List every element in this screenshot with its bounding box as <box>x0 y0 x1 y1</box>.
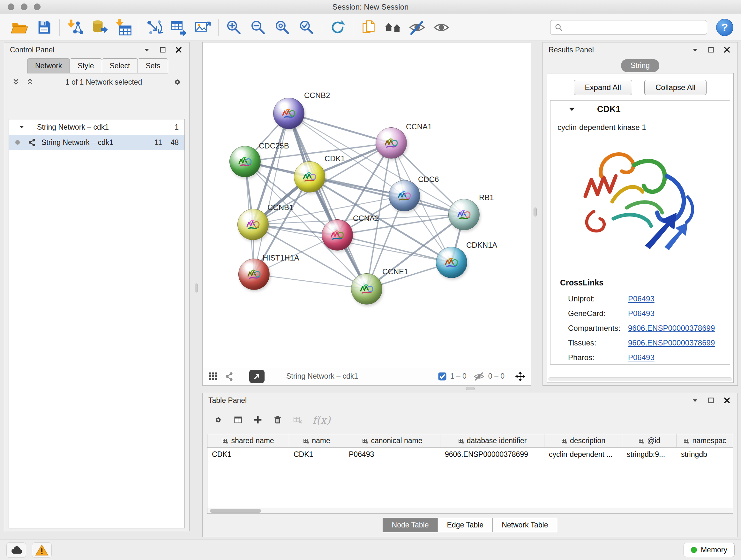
import-database-button[interactable] <box>87 17 111 38</box>
hide-graphics-details-button[interactable] <box>405 17 429 38</box>
crosslink-value-link[interactable]: P06493 <box>628 294 655 303</box>
node-CDKN1A[interactable] <box>436 247 467 278</box>
column-header-canonical-name[interactable]: canonical name <box>344 434 441 447</box>
node-CDC6[interactable] <box>389 180 420 211</box>
zoom-out-button[interactable] <box>246 17 270 38</box>
edge-CCNA2-CDKN1A[interactable] <box>337 235 452 262</box>
tab-network-table[interactable]: Network Table <box>492 518 557 532</box>
help-button[interactable]: ? <box>716 19 733 36</box>
column-header--id[interactable]: @id <box>622 434 677 447</box>
memory-button[interactable]: Memory <box>684 543 735 557</box>
zoom-selected-icon <box>298 19 315 36</box>
crosslink-value-link[interactable]: 9606.ENSP00000378699 <box>628 338 715 348</box>
node-CCNE1[interactable] <box>351 273 382 305</box>
close-panel-button[interactable] <box>722 395 732 405</box>
tab-node-table[interactable]: Node Table <box>383 518 438 532</box>
crosslink-value-link[interactable]: 9606.ENSP00000378699 <box>628 324 715 333</box>
tree-caret-icon[interactable] <box>18 123 25 131</box>
tab-edge-table[interactable]: Edge Table <box>437 518 493 532</box>
show-graphics-details-button[interactable] <box>429 17 454 38</box>
import-network-button[interactable] <box>63 17 87 38</box>
node-label-RB1: RB1 <box>479 193 494 202</box>
network-canvas[interactable]: CCNB2CCNA1CDC25BCDK1CDC6RB1CCNB1CCNA2CDK… <box>203 43 531 367</box>
string-tab-badge[interactable]: String <box>621 59 659 72</box>
close-panel-button[interactable] <box>174 45 184 55</box>
crosslink-value-link[interactable]: P06493 <box>628 353 655 362</box>
search-icon <box>554 23 563 32</box>
edge-CCNB2-CCNE1[interactable] <box>289 113 367 289</box>
expand-all-button[interactable]: Expand All <box>574 80 632 95</box>
float-panel-button[interactable] <box>706 395 716 405</box>
close-window-button[interactable] <box>8 3 14 10</box>
network-row-selected[interactable]: String Network – cdk1 11 48 <box>9 135 185 150</box>
zoom-selected-button[interactable] <box>294 17 319 38</box>
minimize-window-button[interactable] <box>21 3 27 10</box>
tab-select[interactable]: Select <box>102 58 138 73</box>
scrollbar-thumb[interactable] <box>210 509 261 513</box>
collapse-panel-button[interactable] <box>690 45 700 55</box>
column-header-name[interactable]: name <box>289 434 344 447</box>
node-CCNB1[interactable] <box>238 209 269 240</box>
save-session-button[interactable] <box>32 17 56 38</box>
collapse-panel-button[interactable] <box>690 395 700 405</box>
tab-network[interactable]: Network <box>27 58 70 73</box>
table-row[interactable]: CDK1CDK1P064939606.ENSP00000378699cyclin… <box>207 448 733 461</box>
add-column-icon[interactable] <box>253 415 263 425</box>
section-caret-icon[interactable] <box>568 105 576 113</box>
edge-CCNB2-HIST1H1A[interactable] <box>254 113 289 274</box>
close-panel-button[interactable] <box>722 45 732 55</box>
node-HIST1H1A[interactable] <box>239 259 270 290</box>
gene-section-header[interactable]: CDK1 <box>550 101 730 118</box>
node-RB1[interactable] <box>448 199 480 230</box>
zoom-fit-button[interactable] <box>270 17 294 38</box>
cloud-status-button[interactable] <box>6 543 26 558</box>
collapse-all-button[interactable]: Collapse All <box>644 80 706 95</box>
tab-style[interactable]: Style <box>70 58 102 73</box>
warnings-button[interactable] <box>32 543 52 558</box>
delete-column-icon[interactable] <box>273 415 282 425</box>
collapse-panel-button[interactable] <box>142 45 151 55</box>
network-collection-row[interactable]: String Network – cdk1 1 <box>9 119 185 135</box>
column-header-database-identifier[interactable]: database identifier <box>441 434 544 447</box>
right-splitter-handle[interactable] <box>534 207 537 216</box>
left-splitter-handle[interactable] <box>195 284 198 293</box>
node-CCNA1[interactable] <box>376 127 407 159</box>
table-cell: 9606.ENSP00000378699 <box>441 448 544 461</box>
birds-eye-view-icon[interactable] <box>208 372 218 381</box>
clone-network-button[interactable] <box>356 17 381 38</box>
results-horizontal-scrollbar[interactable] <box>548 377 732 381</box>
column-header-description[interactable]: description <box>544 434 622 447</box>
open-in-new-window-button[interactable] <box>249 370 265 383</box>
node-CDK1[interactable] <box>294 161 325 192</box>
zoom-in-button[interactable] <box>222 17 246 38</box>
column-header-namespac[interactable]: namespac <box>677 434 733 447</box>
node-CCNA2[interactable] <box>322 219 353 251</box>
show-columns-icon[interactable] <box>233 415 243 425</box>
column-header-shared-name[interactable]: shared name <box>207 434 289 447</box>
home-layout-button[interactable] <box>381 17 405 38</box>
share-network-icon[interactable] <box>224 372 234 381</box>
export-image-button[interactable] <box>191 17 215 38</box>
table-cell: stringdb:9... <box>622 448 677 461</box>
network-tools-button[interactable] <box>142 17 166 38</box>
crosslink-value-link[interactable]: P06493 <box>628 309 655 318</box>
float-panel-button[interactable] <box>706 45 716 55</box>
network-options-gear-icon[interactable] <box>173 77 182 87</box>
edge-HIST1H1A-CCNE1[interactable] <box>254 274 367 289</box>
tab-sets[interactable]: Sets <box>138 58 168 73</box>
new-network-from-table-button[interactable] <box>166 17 191 38</box>
table-horizontal-scrollbar[interactable] <box>207 508 733 513</box>
node-CCNB2[interactable] <box>273 98 305 129</box>
float-panel-button[interactable] <box>158 45 167 55</box>
expand-all-tree-icon[interactable] <box>11 77 21 87</box>
maximize-window-button[interactable] <box>34 3 41 10</box>
table-options-gear-icon[interactable] <box>213 415 223 425</box>
collapse-all-tree-icon[interactable] <box>25 77 35 87</box>
search-input[interactable] <box>566 23 703 32</box>
node-CDC25B[interactable] <box>229 146 261 177</box>
open-session-button[interactable] <box>8 17 32 38</box>
pan-network-icon[interactable] <box>515 372 525 381</box>
import-table-button[interactable] <box>111 17 136 38</box>
refresh-view-button[interactable] <box>326 17 350 38</box>
bottom-splitter-handle[interactable] <box>466 387 475 390</box>
